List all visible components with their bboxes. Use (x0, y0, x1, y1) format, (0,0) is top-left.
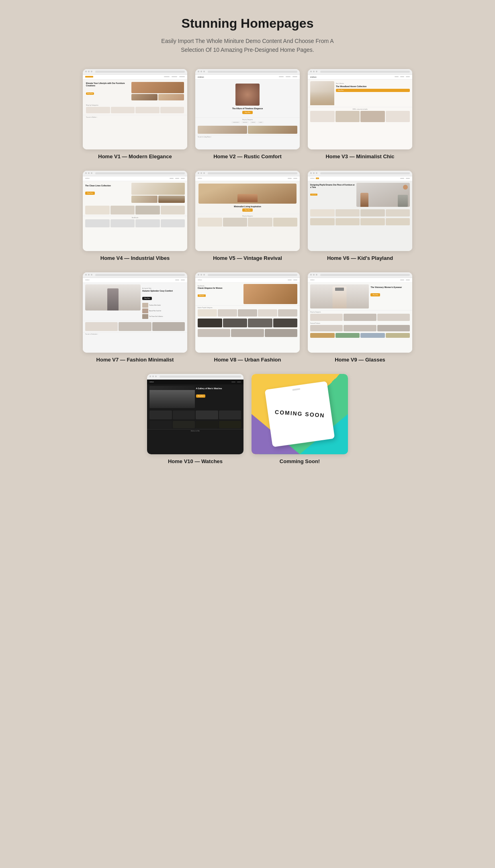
v9-prod1 (310, 325, 343, 331)
v7-nav-link (181, 280, 185, 280)
v6-nav-link (406, 178, 410, 179)
v2-nav-link (286, 76, 290, 77)
v6-prod2 (335, 209, 360, 216)
card-v5[interactable]: miniture Minimalist Living Inspiration S… (195, 171, 300, 261)
dot2 (313, 71, 315, 72)
dot1 (310, 172, 312, 174)
bottom-row: miniture A Gallery of Men's Watches Shop (83, 374, 412, 464)
v7-content: miniture An Inspired Style Autumn Splend (83, 278, 187, 353)
v3-hero-label: New Collection (336, 83, 410, 84)
v10-prod4 (219, 411, 241, 419)
v9-glasses (335, 288, 344, 291)
url-bar (95, 172, 185, 174)
v1-cat1 (86, 107, 110, 113)
v10-prod2 (173, 411, 195, 419)
card-label-v5: Home V5 — Vintage Revival (213, 255, 282, 261)
v8-prod2 (223, 319, 248, 327)
v8-more2 (231, 329, 264, 337)
dot2 (200, 71, 202, 72)
v7-sect2 (119, 322, 151, 331)
v4-prod2 (110, 206, 135, 214)
v3-item3 (360, 111, 385, 122)
v2-nav-link (279, 76, 284, 77)
v7-sect1 (85, 322, 118, 331)
v5-hero-btn: Shop Now (242, 208, 253, 212)
card-v3[interactable]: miniture New Collection T (308, 69, 412, 159)
card-thumb-v3: miniture New Collection T (308, 69, 412, 149)
card-v7[interactable]: miniture An Inspired Style Autumn Splend (83, 272, 187, 363)
card-label-v4: Home V4 — Industrial Vibes (100, 255, 170, 261)
dot2 (200, 274, 202, 276)
v10-more3 (196, 421, 218, 428)
v10-hero-title: A Gallery of Men's Watches (196, 387, 241, 390)
v8-hero-title: Classic Elegance for Women (198, 287, 242, 290)
v7-side-item3: The Power Suit Collection (142, 314, 185, 319)
card-cs[interactable]: COMING SOON Comming Soon! (252, 374, 348, 464)
v7-logo: miniture (85, 279, 90, 281)
v10-prod3 (196, 411, 218, 419)
v6-more4 (386, 218, 410, 225)
dot3 (203, 172, 205, 174)
v7-side-img2 (142, 308, 148, 313)
url-bar (95, 274, 185, 276)
v5-nav-link (288, 178, 292, 179)
v6-nav-link (400, 178, 404, 179)
v4-nav-link (175, 178, 179, 179)
card-label-v10: Home V10 — Watches (168, 458, 223, 464)
card-v8[interactable]: miniture New Arrivals Classic Elegance f… (195, 272, 300, 363)
v3-item1 (310, 111, 335, 122)
v3-hero-title: The Woodland Haven Collection (336, 85, 410, 88)
dot1 (310, 71, 312, 72)
v2-hero-btn: Shop Now (242, 111, 253, 114)
v10-more2 (173, 421, 195, 428)
card-thumb-v5: miniture Minimalist Living Inspiration S… (195, 171, 300, 251)
v6-prod3 (360, 209, 385, 216)
v2-breadcrumb: You are in: Living Room > (195, 135, 300, 139)
v9-cat1 (310, 314, 343, 321)
v1-main-img (131, 82, 184, 93)
card-v10[interactable]: miniture A Gallery of Men's Watches Shop (147, 374, 243, 464)
v1-content: Elevate Your Lifestyle with Our Furnitur… (83, 75, 187, 149)
card-v2[interactable]: miniture The Allure of Timeless Elegance… (195, 69, 300, 159)
v8-more1 (198, 329, 230, 337)
url-bar (160, 376, 241, 378)
v6-more2 (335, 218, 360, 225)
v6-logo: miniture (310, 178, 315, 179)
v3-content: miniture New Collection T (308, 75, 412, 149)
card-label-v9: Home V9 — Glasses (335, 357, 385, 363)
v10-watch-hand (149, 390, 195, 408)
dot3 (155, 376, 157, 377)
card-label-v8: Home V8 — Urban Fashion (214, 357, 281, 363)
v8-cats-label: Explore Popular Categories (198, 307, 297, 308)
card-thumb-v9: miniture The Visionary Women's Eyewear (308, 272, 412, 353)
v3-item2 (335, 111, 360, 122)
v2-room-img2 (248, 126, 297, 134)
card-v6[interactable]: miniture new Designing Playful Dreams On… (308, 171, 412, 261)
v4-prod4 (161, 206, 185, 214)
v9-hero-btn: Shop Now (370, 293, 380, 296)
v2-cats-label: Shop by Categories (198, 119, 297, 120)
v2-nav-link (292, 76, 297, 77)
v8-hero-img (243, 284, 297, 304)
v9-nav-link (400, 280, 404, 280)
v9-logo: miniture (310, 279, 315, 281)
v7-hero-btn: Shop Now (142, 297, 152, 300)
v1-nav-link (179, 76, 185, 77)
v4-arr3 (135, 219, 160, 227)
v7-nav-link (175, 280, 179, 280)
v8-content: miniture New Arrivals Classic Elegance f… (195, 278, 300, 353)
v8-prod4 (273, 319, 298, 327)
v5-cat3 (248, 218, 272, 227)
card-v9[interactable]: miniture The Visionary Women's Eyewear (308, 272, 412, 363)
v9-nav-link (406, 280, 410, 280)
card-thumb-cs: COMING SOON (252, 374, 348, 454)
v3-logo: miniture (310, 76, 317, 78)
card-v1[interactable]: Elevate Your Lifestyle with Our Furnitur… (83, 69, 187, 159)
card-v4[interactable]: miniture The Clean Lines Collection Shop… (83, 171, 187, 261)
dot2 (200, 172, 202, 174)
v7-side-item2: Natural Fibre Sock Set (142, 308, 185, 313)
url-bar (208, 71, 297, 73)
dot3 (203, 71, 205, 72)
v7-hero-img (85, 284, 141, 310)
url-bar (208, 172, 297, 174)
